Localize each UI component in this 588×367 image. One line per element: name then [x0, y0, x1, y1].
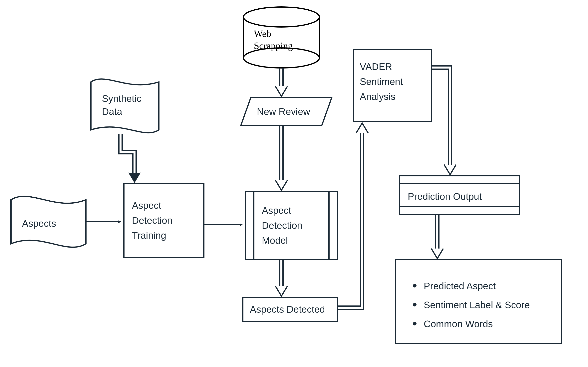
model-label-l1: Aspect: [262, 205, 291, 216]
svg-point-23: [413, 303, 417, 307]
new-review-parallelogram: New Review: [241, 98, 332, 125]
prediction-output-box: Prediction Output: [400, 176, 520, 215]
arrow-synthetic-to-training: [119, 134, 141, 183]
aspects-detected-label: Aspects Detected: [250, 304, 325, 315]
svg-point-22: [413, 284, 417, 287]
arrow-detected-to-vader: [338, 123, 368, 309]
arrow-newreview-to-model: [275, 125, 287, 190]
arrow-prediction-to-output: [431, 215, 443, 259]
web-scrapping-label-l1: Web: [254, 28, 271, 39]
aspects-detected-box: Aspects Detected: [243, 297, 338, 321]
training-label-l3: Training: [132, 230, 166, 241]
web-scrapping-cylinder: Web Scrapping: [244, 7, 319, 68]
arrow-model-to-detected: [275, 259, 287, 296]
output-bullet-2: Common Words: [424, 319, 493, 329]
model-label-l3: Model: [262, 235, 288, 246]
arrow-webscrapping-to-newreview: [275, 68, 287, 96]
output-bullet-1: Sentiment Label & Score: [424, 300, 530, 310]
svg-point-0: [244, 48, 319, 68]
synthetic-data-label-l1: Synthetic: [102, 93, 141, 104]
vader-label-l2: Sentiment: [360, 76, 403, 87]
arrow-vader-to-prediction: [432, 66, 456, 175]
prediction-output-label: Prediction Output: [408, 191, 482, 202]
aspect-detection-training-box: Aspect Detection Training: [124, 184, 204, 258]
svg-point-24: [413, 322, 417, 325]
output-bullet-0: Predicted Aspect: [424, 281, 496, 291]
aspects-label: Aspects: [22, 218, 56, 229]
vader-label-l3: Analysis: [360, 91, 395, 102]
aspect-detection-model-box: Aspect Detection Model: [245, 192, 337, 259]
training-label-l1: Aspect: [132, 200, 161, 211]
flow-diagram: Web Scrapping New Review Synthetic Data …: [0, 0, 588, 367]
synthetic-data-label-l2: Data: [102, 106, 122, 117]
synthetic-data-flag: Synthetic Data: [91, 79, 159, 133]
vader-box: VADER Sentiment Analysis: [354, 50, 432, 121]
model-label-l2: Detection: [262, 220, 302, 231]
svg-point-1: [244, 7, 319, 27]
output-bullets-box: Predicted Aspect Sentiment Label & Score…: [396, 260, 562, 344]
web-scrapping-label-l2: Scrapping: [254, 40, 293, 51]
vader-label-l1: VADER: [360, 61, 392, 72]
aspects-flag: Aspects: [11, 196, 86, 247]
training-label-l2: Detection: [132, 215, 172, 226]
new-review-label: New Review: [257, 106, 310, 117]
